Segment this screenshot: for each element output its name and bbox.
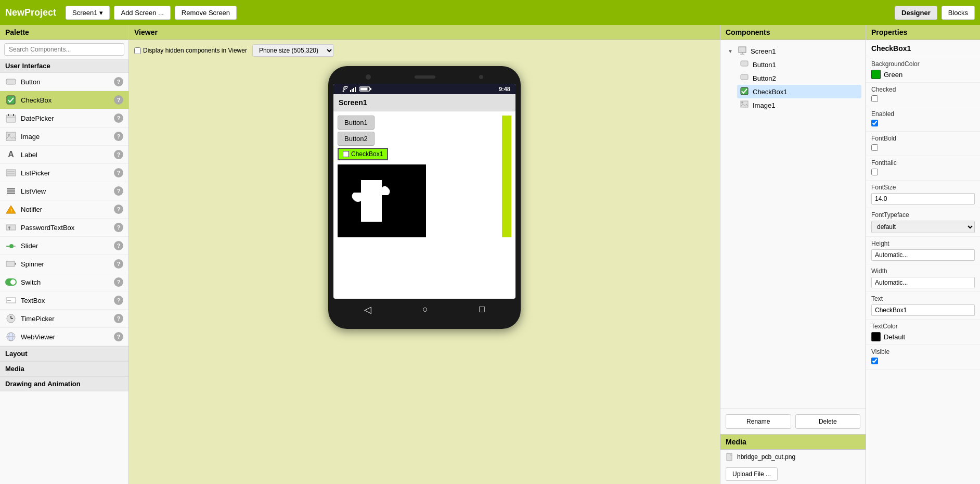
tree-item-screen1[interactable]: ▼ Screen1: [725, 44, 861, 58]
designer-button[interactable]: Designer: [895, 6, 937, 20]
image-help-icon[interactable]: ?: [114, 132, 123, 141]
palette-item-notifier[interactable]: ! Notifier ?: [0, 200, 128, 219]
prop-label-fontitalic: FontItalic: [871, 159, 975, 167]
expand-icon: ▼: [728, 48, 735, 54]
datepicker-help-icon[interactable]: ?: [114, 113, 123, 123]
remove-screen-button[interactable]: Remove Screen: [175, 6, 237, 20]
upload-file-button[interactable]: Upload File ...: [726, 467, 778, 481]
textcolor-box: [871, 332, 881, 341]
palette-item-timepicker[interactable]: TimePicker ?: [0, 310, 128, 328]
svg-rect-36: [355, 87, 356, 92]
prop-height: Height: [866, 237, 980, 264]
bgcolor-swatch[interactable]: Green: [871, 70, 975, 79]
add-screen-button[interactable]: Add Screen ...: [114, 6, 170, 20]
prop-label-text: Text: [871, 295, 975, 302]
webviewer-help-icon[interactable]: ?: [114, 332, 123, 341]
textcolor-swatch[interactable]: Default: [871, 332, 975, 341]
label-help-icon[interactable]: ?: [114, 150, 123, 159]
palette-item-webviewer[interactable]: WebViewer ?: [0, 328, 128, 346]
bgcolor-name: Green: [884, 71, 902, 79]
passwordtextbox-label: PasswordTextBox: [21, 224, 110, 232]
palette-section-media[interactable]: Media: [0, 361, 128, 376]
tree-item-checkbox1[interactable]: CheckBox1: [737, 85, 861, 98]
dropdown-arrow-icon: ▾: [99, 9, 103, 17]
palette-item-textbox[interactable]: TextBox ?: [0, 291, 128, 310]
spinner-icon: [5, 258, 17, 270]
viewer-checkbox1[interactable]: CheckBox1: [338, 148, 388, 160]
listpicker-help-icon[interactable]: ?: [114, 168, 123, 177]
viewer-button1[interactable]: Button1: [338, 116, 375, 130]
palette-item-switch[interactable]: Switch ?: [0, 273, 128, 291]
visible-checkbox[interactable]: [871, 358, 878, 364]
palette-item-image[interactable]: Image ?: [0, 128, 128, 146]
palette-item-passwordtextbox[interactable]: PasswordTextBox ?: [0, 219, 128, 237]
component-actions: Rename Delete: [720, 409, 866, 434]
palette-section-layout[interactable]: Layout: [0, 346, 128, 361]
textcolor-name: Default: [884, 333, 905, 341]
button-help-icon[interactable]: ?: [114, 77, 123, 86]
nav-recents-icon[interactable]: □: [479, 304, 485, 315]
slider-help-icon[interactable]: ?: [114, 241, 123, 250]
svg-rect-39: [360, 88, 368, 91]
nav-home-icon[interactable]: ○: [422, 304, 428, 315]
search-input[interactable]: [4, 43, 124, 56]
width-input[interactable]: [871, 277, 975, 288]
spinner-help-icon[interactable]: ?: [114, 259, 123, 269]
media-item-0[interactable]: hbridge_pcb_cut.png: [720, 450, 866, 464]
rename-button[interactable]: Rename: [726, 414, 791, 429]
phone-size-select[interactable]: Phone size (505,320)Tablet size (1024,76…: [252, 44, 334, 57]
nav-back-icon[interactable]: ◁: [364, 304, 371, 315]
timepicker-help-icon[interactable]: ?: [114, 314, 123, 323]
image-label: Image: [21, 133, 110, 141]
prop-label-visible: Visible: [871, 348, 975, 355]
prop-width: Width: [866, 264, 980, 292]
screen-dropdown[interactable]: Screen1 ▾: [66, 6, 110, 20]
svg-rect-8: [6, 170, 16, 176]
delete-button[interactable]: Delete: [795, 414, 861, 429]
listview-help-icon[interactable]: ?: [114, 186, 123, 196]
enabled-checkbox[interactable]: [871, 120, 878, 126]
notifier-help-icon[interactable]: ?: [114, 205, 123, 214]
palette-item-datepicker[interactable]: DatePicker ?: [0, 109, 128, 128]
svg-rect-38: [370, 88, 371, 90]
screen1-name: Screen1: [751, 47, 776, 55]
palette-section-user-interface[interactable]: User Interface: [0, 59, 128, 73]
palette-item-label[interactable]: A Label ?: [0, 146, 128, 164]
hidden-components-checkbox[interactable]: [134, 47, 141, 54]
prop-enabled: Enabled: [866, 107, 980, 132]
palette-section-drawing[interactable]: Drawing and Animation: [0, 376, 128, 391]
switch-help-icon[interactable]: ?: [114, 277, 123, 287]
checkbox-icon: [5, 94, 17, 106]
datepicker-label: DatePicker: [21, 114, 110, 122]
fonttypeface-select[interactable]: defaultserifsans-serifmonospace: [871, 221, 975, 233]
text-input[interactable]: [871, 304, 975, 316]
svg-rect-43: [741, 61, 748, 66]
palette-header: Palette: [0, 25, 128, 40]
palette-item-checkbox[interactable]: CheckBox ?: [0, 91, 128, 109]
checkbox-help-icon[interactable]: ?: [114, 95, 123, 105]
palette-item-button[interactable]: Button ?: [0, 73, 128, 91]
palette-item-listpicker[interactable]: ListPicker ?: [0, 164, 128, 182]
palette-item-slider[interactable]: Slider ?: [0, 237, 128, 255]
passwordtextbox-icon: [5, 222, 17, 233]
main-layout: Palette User Interface Button ? Check: [0, 25, 980, 484]
svg-rect-0: [6, 79, 16, 84]
checked-checkbox[interactable]: [871, 95, 878, 102]
tree-item-image1[interactable]: Image1: [737, 98, 861, 112]
palette-item-listview[interactable]: ListView ?: [0, 182, 128, 200]
viewer-header: Viewer: [129, 25, 720, 40]
passwordtextbox-help-icon[interactable]: ?: [114, 223, 123, 232]
wifi-icon: [339, 86, 348, 92]
button2-icon: [740, 73, 750, 83]
button1-icon: [740, 60, 750, 69]
fontsize-input[interactable]: [871, 193, 975, 205]
tree-item-button1[interactable]: Button1: [737, 58, 861, 71]
fontbold-checkbox[interactable]: [871, 144, 878, 151]
textbox-help-icon[interactable]: ?: [114, 296, 123, 305]
viewer-button2[interactable]: Button2: [338, 132, 375, 146]
tree-item-button2[interactable]: Button2: [737, 71, 861, 85]
palette-item-spinner[interactable]: Spinner ?: [0, 255, 128, 273]
fontitalic-checkbox[interactable]: [871, 169, 878, 175]
height-input[interactable]: [871, 249, 975, 261]
blocks-button[interactable]: Blocks: [942, 6, 975, 20]
